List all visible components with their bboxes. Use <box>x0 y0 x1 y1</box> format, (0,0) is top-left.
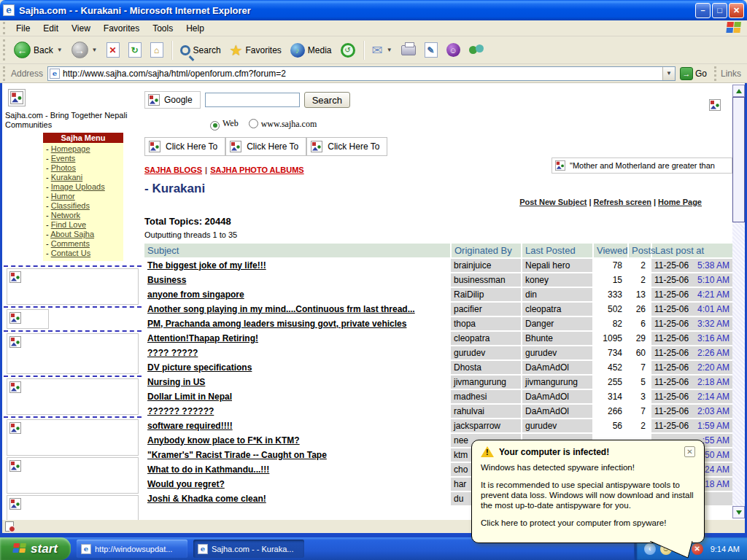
url-field[interactable]: e http://www.sajha.com/sajha/html/openfo… <box>47 66 676 81</box>
sidebar-menu-link[interactable]: - Contact Us <box>46 249 122 258</box>
menu-item[interactable]: Edit <box>36 22 65 35</box>
home-button[interactable]: ⌂ <box>146 40 168 60</box>
refresh-button[interactable]: ↻ <box>124 40 146 60</box>
topic-link[interactable]: ???? ????? <box>147 348 198 358</box>
topic-link[interactable]: "Kramer's" Racist Tirade -- Caught on Ta… <box>147 450 327 460</box>
edit-button[interactable]: ✎ <box>420 40 442 60</box>
topic-link[interactable]: Nursing in US <box>147 377 205 387</box>
media-button[interactable]: ♪ Media <box>286 41 336 60</box>
post-new-subject-link[interactable]: Post New Subject <box>519 198 587 206</box>
sajha-photo-albums-link[interactable]: SAJHA PHOTO ALBUMS <box>210 166 304 174</box>
subject-cell[interactable]: ?????? ?????? <box>144 404 451 419</box>
sidebar-menu-link[interactable]: - Humor <box>46 192 122 201</box>
subject-cell[interactable]: The biggest joke of my life!!! <box>144 258 451 273</box>
page-scrollbar[interactable] <box>732 85 745 518</box>
balloon-close-icon[interactable]: ✕ <box>684 446 695 457</box>
sidebar-menu-link[interactable]: - Kurakani <box>46 173 122 182</box>
taskbar-item-sajha[interactable]: e Sajha.com - - Kuraka... <box>193 540 304 558</box>
topic-link[interactable]: software required!!!! <box>147 421 233 431</box>
sidebar-menu-link[interactable]: - Classifieds <box>46 201 122 211</box>
subject-cell[interactable]: "Kramer's" Racist Tirade -- Caught on Ta… <box>144 448 451 462</box>
subject-cell[interactable]: Joshi & Khadka come clean! <box>144 491 451 506</box>
menu-item[interactable]: Tools <box>146 22 179 35</box>
menu-item[interactable]: Help <box>179 22 211 35</box>
search-button[interactable]: Search <box>176 43 225 58</box>
subject-cell[interactable]: Nursing in US <box>144 375 451 389</box>
balloon-text-3[interactable]: Click here to protect your computer from… <box>481 518 695 528</box>
subject-cell[interactable]: Another song playing in my mind....Conti… <box>144 302 451 316</box>
minimize-button[interactable]: – <box>695 3 711 18</box>
maximize-button[interactable]: □ <box>712 3 727 18</box>
topic-link[interactable]: Attention!Thapap Retiring! <box>147 333 258 343</box>
topic-link[interactable]: anyone from singapore <box>147 289 244 300</box>
topic-link[interactable]: ?????? ?????? <box>147 406 214 416</box>
mail-button[interactable]: ✉ ▼ <box>368 40 397 61</box>
menu-item[interactable]: Favorites <box>97 22 146 35</box>
topic-link[interactable]: What to do in Kathmandu...!!! <box>147 464 269 475</box>
subject-cell[interactable]: Would you regret? <box>144 477 451 491</box>
subject-cell[interactable]: software required!!!! <box>144 419 451 433</box>
radio-sajha[interactable]: www.sajha.com <box>249 119 317 130</box>
subject-cell[interactable]: ???? ????? <box>144 346 451 360</box>
topic-link[interactable]: The biggest joke of my life!!! <box>147 260 266 271</box>
topic-link[interactable]: Would you regret? <box>147 479 225 489</box>
url-text[interactable]: http://www.sajha.com/sajha/html/openforu… <box>63 69 659 79</box>
topic-link[interactable]: Dollar Limit in Nepal <box>147 392 232 402</box>
forward-dropdown-icon[interactable]: ▼ <box>92 47 98 53</box>
click-here-banner[interactable]: Click Here To <box>306 137 387 156</box>
print-button[interactable] <box>397 43 420 58</box>
topic-link[interactable]: Business <box>147 275 186 285</box>
search-submit-button[interactable]: Search <box>304 92 350 108</box>
sajha-blogs-link[interactable]: SAJHA BLOGS <box>144 166 202 174</box>
scroll-up-button[interactable] <box>732 85 745 97</box>
close-button[interactable]: ✕ <box>729 3 744 18</box>
topic-link[interactable]: Joshi & Khadka come clean! <box>147 494 266 504</box>
mail-dropdown-icon[interactable]: ▼ <box>387 47 392 53</box>
url-dropdown-button[interactable]: ▼ <box>662 67 675 80</box>
home-page-link[interactable]: Home Page <box>658 198 702 206</box>
subject-cell[interactable]: Business <box>144 273 451 287</box>
menu-item[interactable]: View <box>65 22 97 35</box>
sidebar-menu-link[interactable]: - Find Love <box>46 220 122 230</box>
messenger-msn-button[interactable] <box>465 41 489 60</box>
topic-link[interactable]: Anybody know place to F*K in KTM? <box>147 435 300 446</box>
start-button[interactable]: start <box>0 537 71 560</box>
topic-link[interactable]: Another song playing in my mind....Conti… <box>147 304 415 314</box>
click-here-banner[interactable]: Click Here To <box>144 137 225 156</box>
subject-cell[interactable]: Dollar Limit in Nepal <box>144 389 451 404</box>
back-button[interactable]: ← Back ▼ <box>9 39 67 61</box>
sidebar-menu-link[interactable]: - Network <box>46 211 122 220</box>
scrollbar-thumb[interactable] <box>732 97 745 222</box>
subject-cell[interactable]: Attention!Thapap Retiring! <box>144 331 451 346</box>
subject-cell[interactable]: anyone from singapore <box>144 287 451 302</box>
subject-cell[interactable]: PM, Prachanda among leaders misusing gov… <box>144 316 451 331</box>
links-label[interactable]: Links <box>721 69 741 79</box>
sidebar-menu-link[interactable]: - Homepage <box>46 144 122 154</box>
refresh-screen-link[interactable]: Refresh screen <box>594 198 652 206</box>
sidebar-menu-link[interactable]: - Photos <box>46 163 122 173</box>
scroll-down-button[interactable] <box>732 506 745 518</box>
favorites-button[interactable]: ★ Favorites <box>225 39 286 61</box>
topic-link[interactable]: PM, Prachanda among leaders misusing gov… <box>147 319 406 329</box>
subject-cell[interactable]: DV picture specifications <box>144 360 451 375</box>
sidebar-menu-link[interactable]: - Image Uploads <box>46 182 122 192</box>
subject-cell[interactable]: What to do in Kathmandu...!!! <box>144 462 451 477</box>
taskbar-item-windowsupdate[interactable]: e http://windowsupdat... <box>77 540 187 558</box>
go-button[interactable]: → Go <box>680 67 707 80</box>
topic-link[interactable]: DV picture specifications <box>147 362 252 373</box>
subject-cell[interactable]: Anybody know place to F*K in KTM? <box>144 433 451 448</box>
radio-sajha-icon[interactable] <box>249 119 258 128</box>
history-button[interactable]: ↺ <box>336 41 360 60</box>
click-here-banner[interactable]: Click Here To <box>225 137 306 156</box>
radio-web[interactable]: Web <box>210 118 239 131</box>
sidebar-menu-link[interactable]: - Comments <box>46 239 122 249</box>
search-input[interactable] <box>205 93 300 107</box>
back-dropdown-icon[interactable]: ▼ <box>57 47 63 53</box>
menu-item[interactable]: File <box>9 22 36 35</box>
sidebar-menu-link[interactable]: - About Sajha <box>46 230 122 239</box>
stop-button[interactable]: ✕ <box>102 40 124 60</box>
messenger-yahoo-button[interactable]: ☺ <box>442 41 465 59</box>
radio-web-icon[interactable] <box>210 121 220 131</box>
sidebar-menu-link[interactable]: - Events <box>46 154 122 163</box>
forward-button[interactable]: → ▼ <box>67 39 102 61</box>
